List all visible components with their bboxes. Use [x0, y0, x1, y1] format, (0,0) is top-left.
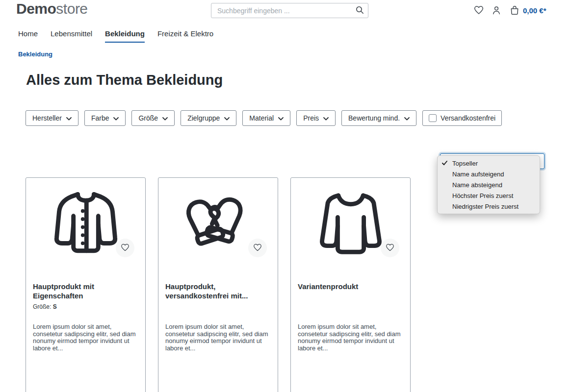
- sort-option-label: Name aufsteigend: [452, 171, 504, 178]
- sweater-icon: [313, 186, 388, 263]
- jacket-icon: [49, 186, 123, 263]
- sort-dropdown-menu: Topseller Name aufsteigend Name absteige…: [437, 155, 540, 214]
- wishlist-toggle-button[interactable]: [381, 239, 399, 257]
- filter-material[interactable]: Material: [242, 110, 290, 126]
- chevron-down-icon: [162, 114, 168, 122]
- product-card[interactable]: Hauptprodukt, versandkostenfrei mit... L…: [158, 177, 278, 392]
- chevron-down-icon: [113, 114, 119, 122]
- wishlist-toggle-button[interactable]: [116, 239, 134, 257]
- filter-groesse[interactable]: Größe: [131, 110, 175, 126]
- product-title[interactable]: Hauptprodukt mit Eigenschaften: [33, 282, 133, 300]
- product-card[interactable]: Variantenprodukt Lorem ipsum dolor sit a…: [290, 177, 411, 392]
- heart-icon: [474, 5, 484, 16]
- heart-icon: [386, 244, 394, 253]
- filter-label: Hersteller: [32, 114, 62, 122]
- filter-label: Farbe: [91, 114, 109, 122]
- filter-bar: Hersteller Farbe Größe Zielgruppe Materi…: [26, 110, 502, 126]
- filter-versandkostenfrei[interactable]: Versandkostenfrei: [422, 110, 502, 126]
- product-title[interactable]: Variantenprodukt: [298, 282, 398, 291]
- logo-bold-part: Demo: [16, 0, 56, 17]
- sort-option-label: Name absteigend: [452, 181, 502, 189]
- filter-hersteller[interactable]: Hersteller: [26, 110, 78, 126]
- filter-zielgruppe[interactable]: Zielgruppe: [181, 110, 236, 126]
- user-icon: [492, 5, 501, 17]
- wishlist-toggle-button[interactable]: [248, 239, 267, 257]
- sort-option-price-asc[interactable]: Niedrigster Preis zuerst: [438, 201, 540, 212]
- search-submit-button[interactable]: [351, 3, 368, 18]
- page-title: Alles zum Thema Bekleidung: [26, 72, 223, 88]
- nav-item-lebensmittel[interactable]: Lebensmittel: [51, 29, 92, 43]
- sort-option-topseller[interactable]: Topseller: [438, 158, 540, 169]
- search-bar: [211, 3, 368, 18]
- account-button[interactable]: [491, 5, 502, 16]
- variant-label: Größe:: [33, 303, 51, 310]
- search-input[interactable]: [211, 7, 351, 15]
- chevron-down-icon: [66, 114, 72, 122]
- chevron-down-icon: [278, 114, 284, 122]
- filter-label: Größe: [138, 114, 158, 122]
- shipping-free-checkbox[interactable]: [429, 114, 437, 122]
- filter-label: Bewertung mind.: [348, 114, 400, 122]
- filter-bewertung[interactable]: Bewertung mind.: [341, 110, 416, 126]
- search-icon: [356, 6, 364, 16]
- nav-item-bekleidung[interactable]: Bekleidung: [105, 29, 145, 43]
- heart-icon: [121, 244, 130, 253]
- sort-option-label: Niedrigster Preis zuerst: [452, 203, 519, 210]
- nav-item-home[interactable]: Home: [18, 29, 38, 43]
- product-variant: Größe: S: [33, 303, 57, 310]
- product-description: Lorem ipsum dolor sit amet, consetetur s…: [165, 323, 271, 352]
- variant-value: S: [53, 303, 57, 310]
- cart-button[interactable]: [509, 5, 520, 16]
- shipping-free-label: Versandkostenfrei: [441, 114, 495, 122]
- product-description: Lorem ipsum dolor sit amet, consetetur s…: [33, 323, 139, 352]
- chevron-down-icon: [224, 114, 230, 122]
- filter-label: Zielgruppe: [187, 114, 220, 122]
- sort-option-name-asc[interactable]: Name aufsteigend: [438, 169, 540, 179]
- cart-total[interactable]: 0,00 €*: [523, 6, 546, 15]
- sort-option-label: Höchster Preis zuerst: [452, 192, 513, 199]
- check-icon: [442, 160, 447, 167]
- wishlist-button[interactable]: [473, 5, 484, 16]
- product-card[interactable]: Hauptprodukt mit Eigenschaften Größe: S …: [26, 177, 146, 392]
- chevron-down-icon: [323, 114, 329, 122]
- sort-option-price-desc[interactable]: Höchster Preis zuerst: [438, 190, 540, 201]
- product-description: Lorem ipsum dolor sit amet, consetetur s…: [298, 323, 404, 352]
- nav-item-freizeit-elektro[interactable]: Freizeit & Elektro: [157, 29, 213, 43]
- filter-label: Preis: [303, 114, 319, 122]
- breadcrumb[interactable]: Bekleidung: [18, 50, 52, 58]
- filter-label: Material: [249, 114, 274, 122]
- shopping-bag-icon: [510, 5, 519, 17]
- storefront-page: Demostore 0,00 €* Home Lebensmittel Bekl…: [0, 0, 571, 392]
- sort-option-name-desc[interactable]: Name absteigend: [438, 179, 540, 190]
- sort-option-label: Topseller: [452, 160, 478, 167]
- heart-icon: [253, 244, 262, 253]
- product-title[interactable]: Hauptprodukt, versandkostenfrei mit...: [165, 282, 266, 300]
- main-navigation: Home Lebensmittel Bekleidung Freizeit & …: [18, 29, 213, 43]
- mittens-icon: [181, 186, 256, 263]
- filter-farbe[interactable]: Farbe: [84, 110, 126, 126]
- logo-light-part: store: [56, 0, 87, 17]
- chevron-down-icon: [404, 114, 410, 122]
- filter-preis[interactable]: Preis: [296, 110, 336, 126]
- store-logo[interactable]: Demostore: [16, 0, 88, 17]
